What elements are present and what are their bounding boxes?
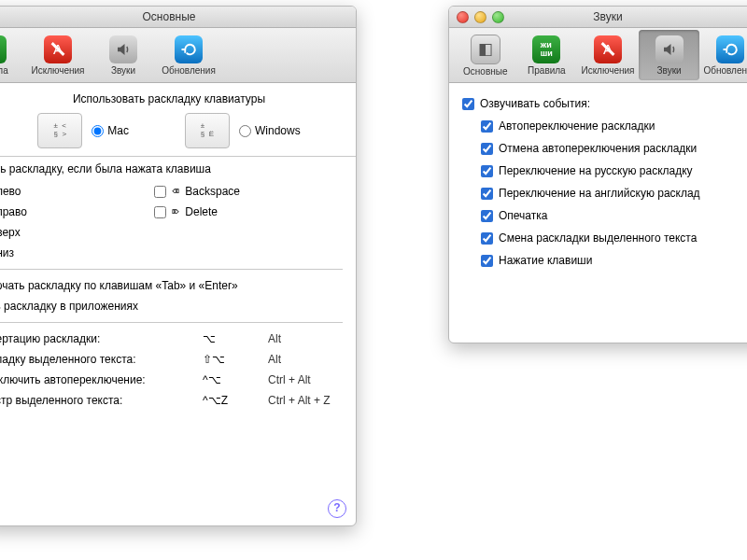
- chk-sound-item-3[interactable]: Переключение на английскую расклад: [481, 182, 747, 204]
- rules-icon: жиши: [0, 35, 7, 63]
- zoom-button[interactable]: [492, 11, 504, 23]
- window-title-sounds: Звуки: [593, 10, 622, 23]
- tb2-rules[interactable]: жиши Правила: [516, 30, 578, 80]
- titlebar-main: Основные: [0, 7, 356, 28]
- window-title: Основные: [143, 10, 196, 23]
- chk-sound-item-2[interactable]: Переключение на русскую раскладку: [481, 160, 747, 182]
- updates-icon: [175, 35, 203, 63]
- use-layout-heading: Использовать раскладку клавиатуры: [0, 92, 343, 105]
- delete-icon: ⌦: [169, 205, 182, 218]
- chk-delete[interactable]: [154, 206, 166, 218]
- tb-sounds[interactable]: Звуки: [91, 30, 156, 80]
- chk-backspace[interactable]: [154, 186, 166, 198]
- opt-arrow-down: елка вниз: [0, 246, 150, 259]
- sc-selected: ь раскладку выделенного текста:: [0, 353, 203, 366]
- sounds-icon: [109, 35, 137, 63]
- window-controls: [457, 11, 504, 23]
- basic-icon: ◧: [471, 35, 500, 64]
- radio-windows-input[interactable]: [239, 125, 251, 137]
- opt-arrow-up: елка вверх: [0, 226, 150, 239]
- backspace-icon: ⌫: [169, 185, 182, 198]
- tb-exceptions[interactable]: A Исключения: [25, 30, 91, 80]
- radio-windows[interactable]: Windows: [239, 124, 301, 137]
- rules-icon: жиши: [532, 35, 560, 63]
- tb2-basic[interactable]: ◧ Основные: [455, 30, 516, 80]
- chk-sound-item-6[interactable]: Нажатие клавиши: [481, 249, 747, 272]
- chk-sound-item-1[interactable]: Отмена автопереключения раскладки: [481, 137, 747, 160]
- radio-mac[interactable]: Mac: [92, 124, 129, 137]
- tb2-updates[interactable]: Обновления: [699, 30, 747, 80]
- minimize-button[interactable]: [474, 11, 486, 23]
- updates-icon: [716, 35, 744, 63]
- tb-updates[interactable]: Обновления: [156, 30, 221, 80]
- switch-heading: ключать раскладку, если была нажата клав…: [0, 162, 343, 175]
- radio-mac-input[interactable]: [92, 125, 104, 137]
- chk-sound-item-5[interactable]: Смена раскладки выделенного текста: [481, 227, 747, 249]
- toolbar-sounds: ◧ Основные жиши Правила A Исключения Зву…: [449, 28, 747, 83]
- exceptions-icon: A: [44, 35, 72, 63]
- sc-case: ь регистр выделенного текста:: [0, 394, 203, 407]
- lbl-backspace: Backspace: [185, 185, 240, 198]
- lbl-delete: Delete: [185, 205, 218, 218]
- help-button[interactable]: ?: [328, 499, 346, 518]
- titlebar-sounds: Звуки: [449, 7, 747, 28]
- chk-sound-item-0[interactable]: Автопереключение раскладки: [481, 115, 747, 137]
- close-button[interactable]: [457, 11, 469, 23]
- opt-arrow-left: елка влево: [0, 185, 150, 198]
- exceptions-icon: A: [594, 35, 622, 63]
- opt-remember: минать раскладку в приложениях: [0, 300, 138, 313]
- sounds-icon: [655, 35, 684, 63]
- chk-sound-item-4[interactable]: Опечатка: [481, 204, 747, 227]
- tb2-exceptions[interactable]: A Исключения: [577, 30, 639, 80]
- opt-tab-enter: ереключать раскладку по клавишам «Tab» и…: [0, 279, 238, 292]
- sc-toggle: ить/выключить автопереключение:: [0, 373, 203, 386]
- tb-rules[interactable]: жиши равила: [0, 30, 25, 80]
- tb2-sounds[interactable]: Звуки: [639, 30, 700, 80]
- toolbar-main: жиши равила A Исключения Звуки Обновлени…: [0, 28, 356, 83]
- chk-voice-events[interactable]: Озвучивать события:: [462, 92, 747, 115]
- keyboard-win-icon: ± § Ё: [185, 113, 230, 148]
- sc-convert: ь конвертацию раскладки:: [0, 332, 203, 345]
- keyboard-mac-icon: ± <§ >: [37, 113, 82, 148]
- opt-arrow-right: елка вправо: [0, 205, 150, 218]
